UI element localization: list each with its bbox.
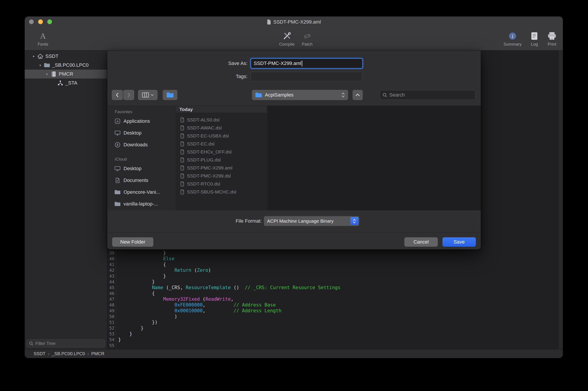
search-input[interactable]: Search [379,90,475,100]
file-name: SSDT-PMC-X299.dsl [187,173,231,179]
favorites-item-label: Documents [123,178,148,183]
breadcrumb-item[interactable]: PMCR [91,351,104,356]
favorites-item-applications[interactable]: AApplications [107,115,175,127]
tree-item-_sb.pc00.lpc0[interactable]: ▼_SB.PC00.LPC0 [25,61,107,70]
file-row[interactable]: SSDT-PMC-X299.aml [176,164,267,172]
line-number: 51 [107,319,116,325]
line-number: 43 [107,273,116,279]
line-number: 49 [107,308,116,314]
patch-label: Patch [290,42,324,47]
code-line: } [118,279,341,285]
new-folder-icon-button[interactable] [163,90,177,100]
disclosure-triangle-icon[interactable]: ▼ [30,55,37,58]
code-line: } [118,250,341,256]
fonts-icon: A [40,31,46,41]
applications-icon: A [115,118,121,124]
code-line: { [118,262,341,267]
acpi-tree-sidebar: ▼SSDT▼_SB.PC00.LPC0▼PMCR▼_STA Filter Tre… [25,50,107,349]
chevron-left-icon [115,92,120,98]
file-group-header: Today [176,106,267,113]
favorites-item-vanilla-laptop-[interactable]: vanilla-laptop-... [107,198,175,210]
line-number: 48 [107,302,116,308]
view-mode-dropdown[interactable] [138,90,158,100]
file-row[interactable]: SSDT-PLUG.dsl [176,156,267,164]
favorites-item-label: vanilla-laptop-... [123,201,158,207]
favorites-item-downloads[interactable]: Downloads [107,139,175,151]
save-as-value: SSDT-PMC-X299.aml [254,61,301,66]
editor-scrollbar[interactable] [558,50,563,349]
print-button[interactable]: Print [535,31,563,47]
file-row[interactable]: SSDT-SBUS-MCHC.dsl [176,188,267,196]
file-list-column: Today SSDT-ALS0.dslSSDT-AWAC.dslSSDT-EC-… [176,106,267,210]
tree-item-pmcr[interactable]: ▼PMCR [25,70,107,79]
favorites-item-desktop[interactable]: Desktop [107,127,175,139]
titlebar: SSDT-PMC-X299.aml [25,19,563,25]
location-dropdown[interactable]: AcpiSamples [252,90,348,100]
up-directory-button[interactable] [353,90,363,100]
disclosure-triangle-icon[interactable]: ▼ [37,64,44,67]
breadcrumb-separator-icon: › [88,351,89,356]
tags-input[interactable] [251,72,362,81]
file-row[interactable]: SSDT-EC-USBX.dsl [176,132,267,140]
breadcrumb-item[interactable]: SSDT [34,351,45,356]
file-row[interactable]: SSDT-AWAC.dsl [176,124,267,132]
file-row[interactable]: SSDT-RTC0.dsl [176,180,267,188]
patch-icon [302,31,312,41]
code-line: }) [118,319,341,325]
breadcrumb-item[interactable]: _SB.PC00.LPC0 [52,351,85,356]
file-row[interactable]: SSDT-ALS0.dsl [176,116,267,124]
fonts-button[interactable]: A Fonts [26,31,60,47]
favorites-panel: FavoritesAApplicationsDesktopDownloadsiC… [107,106,176,210]
line-number: 53 [107,331,116,337]
favorites-item-desktop[interactable]: Desktop [107,163,175,174]
cancel-button[interactable]: Cancel [404,237,438,247]
tree-item-ssdt[interactable]: ▼SSDT [25,52,107,61]
tree-item-label: _SB.PC00.LPC0 [52,62,89,68]
breadcrumb: SSDT›_SB.PC00.LPC0›PMCR [34,351,104,356]
info-icon: i [508,32,517,40]
code-line: { [118,291,341,296]
folder-icon [115,201,121,207]
stepper-icon [350,217,358,225]
favorites-item-opencore-vani-[interactable]: Opencore-Vani... [107,186,175,198]
disclosure-triangle-icon[interactable]: ▼ [43,73,51,76]
search-placeholder: Search [389,92,405,98]
code-line: } [118,331,341,337]
save-as-input[interactable]: SSDT-PMC-X299.aml [251,58,363,69]
search-icon [29,341,33,346]
file-name: SSDT-SBUS-MCHC.dsl [187,189,236,195]
patch-button[interactable]: Patch [290,31,324,47]
file-row[interactable]: SSDT-PMC-X299.dsl [176,172,267,180]
line-number: 52 [107,325,116,331]
file-name: SSDT-PLUG.dsl [187,157,221,163]
file-row[interactable]: SSDT-EHCx_OFF.dsl [176,148,267,156]
favorites-item-documents[interactable]: Documents [107,174,175,186]
documents-icon [115,178,121,183]
back-button[interactable] [112,90,123,100]
filter-tree-placeholder: Filter Tree [35,341,55,346]
new-folder-button[interactable]: New Folder [112,237,153,247]
blue-folder-icon [255,92,262,98]
file-row[interactable]: SSDT-EC.dsl [176,140,267,148]
favorites-item-label: Opencore-Vani... [123,189,160,195]
device-icon [51,71,57,77]
save-button[interactable]: Save [443,237,476,247]
favorites-item-label: Applications [123,118,150,124]
forward-button[interactable] [123,90,134,100]
tree-item-label: SSDT [45,53,59,59]
columns-view-icon [142,92,149,98]
docfile-icon [180,149,185,155]
location-name: AcpiSamples [265,92,339,98]
folder-icon [44,62,50,68]
line-number: 45 [107,285,116,291]
tree-item-_sta[interactable]: ▼_STA [25,79,107,88]
line-number: 54 [107,337,116,343]
folder-icon [115,189,121,195]
line-number: 41 [107,262,116,267]
file-format-dropdown[interactable]: ACPI Machine Language Binary [264,216,359,226]
tree-item-label: PMCR [59,71,73,77]
code-line [118,343,341,348]
filter-tree-input[interactable]: Filter Tree [26,339,105,347]
line-number: 46 [107,291,116,296]
code-line: ) [118,314,341,319]
